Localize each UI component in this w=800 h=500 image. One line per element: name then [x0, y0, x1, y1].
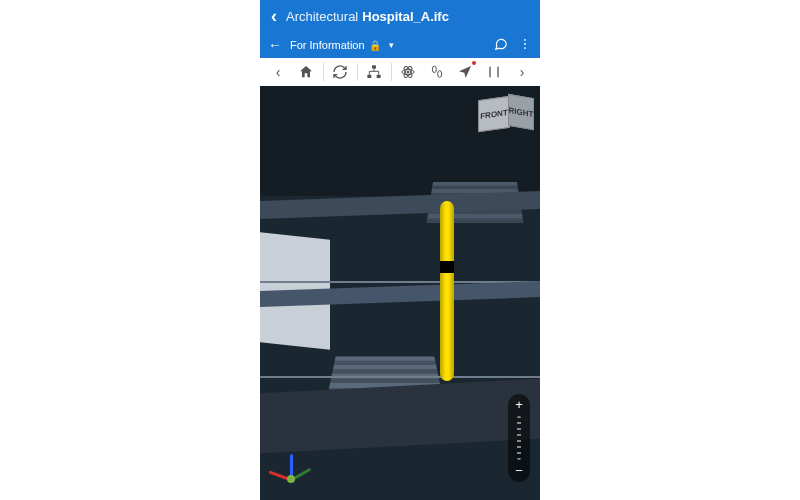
svg-rect-5 — [377, 75, 381, 78]
viewcube-right[interactable]: RIGHT — [508, 94, 534, 131]
notification-badge — [472, 61, 476, 65]
title-bar: ‹ Architectural Hospital_A.ifc — [260, 0, 540, 32]
view-toolbar: ‹ › — [260, 58, 540, 87]
svg-point-0 — [524, 39, 526, 41]
selected-column[interactable] — [440, 201, 454, 381]
zoom-out-button[interactable]: − — [508, 464, 530, 478]
zoom-in-button[interactable]: + — [508, 398, 530, 412]
zoom-slider[interactable] — [517, 416, 521, 460]
zoom-control: + − — [508, 394, 530, 482]
walk-icon[interactable] — [425, 60, 449, 84]
origin-icon — [287, 475, 295, 483]
status-label[interactable]: For Information — [290, 39, 365, 51]
file-name: Hospital_A.ifc — [362, 9, 449, 24]
model-scene — [260, 86, 540, 500]
atom-icon[interactable] — [396, 60, 420, 84]
comments-icon[interactable] — [494, 37, 508, 53]
back-button[interactable]: ‹ — [266, 8, 282, 24]
svg-point-10 — [432, 66, 436, 73]
more-icon[interactable] — [518, 37, 532, 53]
hierarchy-icon[interactable] — [362, 60, 386, 84]
prev-button[interactable]: ‹ — [266, 60, 290, 84]
home-icon[interactable] — [294, 60, 318, 84]
view-cube[interactable]: FRONT RIGHT — [478, 92, 534, 132]
3d-viewport[interactable]: FRONT RIGHT + − — [260, 86, 540, 500]
svg-rect-3 — [372, 65, 376, 68]
navigate-icon[interactable] — [453, 60, 477, 84]
svg-point-6 — [407, 71, 409, 73]
status-dropdown-icon[interactable]: ▾ — [389, 40, 394, 50]
axis-gizmo[interactable] — [270, 442, 320, 492]
refresh-icon[interactable] — [328, 60, 352, 84]
status-bar: ← For Information 🔒 ▾ — [260, 32, 540, 58]
measure-icon[interactable] — [482, 60, 506, 84]
lock-icon: 🔒 — [369, 40, 381, 51]
svg-point-1 — [524, 43, 526, 45]
svg-rect-4 — [368, 75, 372, 78]
viewcube-front[interactable]: FRONT — [478, 96, 510, 132]
breadcrumb[interactable]: Architectural — [286, 9, 358, 24]
app-window: ‹ Architectural Hospital_A.ifc ← For Inf… — [260, 0, 540, 500]
svg-point-11 — [437, 71, 441, 78]
svg-point-2 — [524, 47, 526, 49]
nav-back-icon[interactable]: ← — [268, 37, 282, 53]
next-button[interactable]: › — [510, 60, 534, 84]
